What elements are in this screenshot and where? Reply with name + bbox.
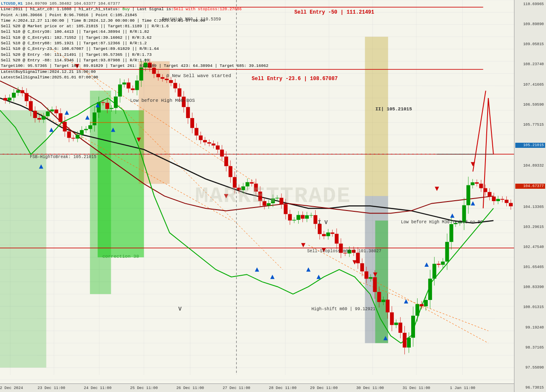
time-23dec: 23 Dec 11:00 [38,386,65,390]
price-99: 99.19240 [515,326,545,330]
time-26dec: 26 Dec 11:00 [176,386,204,390]
price-109b: 109.89890 [515,22,545,26]
price-100a: 100.01315 [515,305,545,309]
price-98: 98.37165 [515,346,545,350]
time-25dec: 25 Dec 11:00 [130,386,158,390]
time-22dec: 22 Dec 2024 [0,386,23,390]
time-1jan: 1 Jan 11:00 [450,386,475,390]
price-104c: 104.13365 [515,205,545,209]
price-97: 97.55090 [515,366,545,370]
price-108: 108.23740 [515,62,545,66]
time-axis: 22 Dec 2024 23 Dec 11:00 24 Dec 11:00 25… [0,383,514,392]
time-31dec: 31 Dec 11:00 [403,386,430,390]
main-chart-canvas [0,0,514,383]
price-96: 96.73015 [515,386,545,390]
price-105a: 105.21015 [515,143,545,148]
time-24dec: 24 Dec 11:00 [84,386,112,390]
price-102: 102.47540 [515,245,545,249]
price-104b: 104.89332 [515,164,545,168]
time-27dec: 27 Dec 11:00 [223,386,250,390]
price-109a: 109.05815 [515,42,545,46]
price-101: 101.65465 [515,265,545,269]
price-103: 103.29615 [515,225,545,229]
time-29dec: 29 Dec 11:00 [310,386,338,390]
price-106: 106.59590 [515,103,545,107]
time-28dec: 28 Dec 11:00 [269,386,296,390]
price-110: 110.69965 [515,2,545,6]
chart-container: LTCUSD,H1 104.89709 105.38482 104.63377 … [0,0,546,392]
price-scale: 110.69965 109.89890 109.05815 108.23740 … [514,0,546,392]
price-100b: 100.83390 [515,285,545,289]
price-104a: 104.67377 [515,184,545,189]
price-105b: 105.77515 [515,123,545,127]
price-107: 107.41665 [515,83,545,87]
time-30dec: 30 Dec 11:00 [356,386,384,390]
